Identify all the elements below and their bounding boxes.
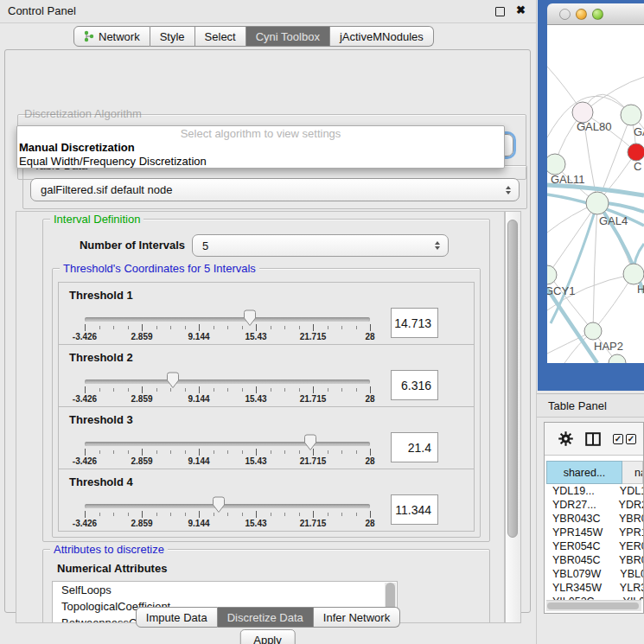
float-window-icon[interactable] xyxy=(495,7,505,16)
slider-tick xyxy=(299,513,300,516)
tab-infer-network[interactable]: Infer Network xyxy=(314,607,400,628)
slider-tick xyxy=(113,513,114,516)
column-header-name[interactable]: na xyxy=(622,461,643,484)
slider-tick xyxy=(156,388,157,392)
threshold-slider-thumb[interactable] xyxy=(303,434,317,451)
node-table: ✓ ✓ shared... na YDL19...YDL1YDR27...YDR… xyxy=(544,422,644,614)
threshold-slider-track[interactable] xyxy=(85,442,370,446)
slider-tick xyxy=(128,388,129,392)
threshold-label: Threshold 1 xyxy=(69,289,133,302)
close-icon[interactable]: ✖ xyxy=(516,3,526,16)
tab-label: Discretize Data xyxy=(227,611,303,624)
cell-shared-name: YDL19... xyxy=(546,484,615,498)
threshold-value-field[interactable]: 14.713 xyxy=(391,308,438,338)
minimize-traffic-light-icon[interactable] xyxy=(576,9,587,20)
slider-tick xyxy=(256,324,257,331)
slider-tick xyxy=(271,388,271,392)
table-hscrollbar-thumb[interactable] xyxy=(547,603,639,609)
slider-tick-label: 28 xyxy=(344,332,396,341)
threshold-slider-track[interactable] xyxy=(85,317,370,322)
tab-network[interactable]: Network xyxy=(73,26,150,47)
table-header: shared... na xyxy=(546,461,643,484)
algorithm-placeholder: Select algorithm to view settings xyxy=(17,126,504,141)
algorithm-option-equal-width-frequency-discretization[interactable]: Equal Width/Frequency Discretization xyxy=(17,155,504,169)
table-horizontal-scrollbar[interactable] xyxy=(546,600,641,611)
slider-tick-label: -3.426 xyxy=(59,394,111,404)
slider-tick xyxy=(156,513,157,516)
table-row[interactable]: YBR045CYBR0 xyxy=(546,553,643,567)
close-traffic-light-icon[interactable] xyxy=(559,9,571,20)
split-columns-icon[interactable] xyxy=(585,432,601,446)
algorithm-option-manual-discretization[interactable]: Manual Discretization xyxy=(17,141,504,155)
network-node-green[interactable] xyxy=(586,192,609,214)
slider-tick xyxy=(142,386,143,393)
slider-tick xyxy=(284,450,285,454)
table-toolbar: ✓ ✓ xyxy=(545,423,643,456)
slider-tick xyxy=(356,450,357,454)
slider-tick xyxy=(214,388,214,392)
tab-select[interactable]: Select xyxy=(195,26,246,47)
apply-button[interactable]: Apply xyxy=(239,629,296,644)
tab-discretize-data[interactable]: Discretize Data xyxy=(218,607,314,628)
interval-definition-label: Interval Definition xyxy=(50,213,143,226)
tab-cyni-toolbox[interactable]: Cyni Toolbox xyxy=(246,26,330,47)
slider-tick-label: -3.426 xyxy=(59,456,111,466)
slider-tick xyxy=(313,449,314,456)
checkbox-icon[interactable]: ✓ xyxy=(626,434,636,444)
network-edge[interactable] xyxy=(593,203,597,331)
slider-tick xyxy=(299,450,300,454)
settings-scrollbar-thumb[interactable] xyxy=(507,220,518,538)
network-node-green[interactable] xyxy=(547,265,557,284)
table-row[interactable]: YDR27...YDR2 xyxy=(546,498,643,512)
bottom-tab-bar: Impute DataDiscretize DataInfer Network xyxy=(0,607,536,628)
threshold-slider-thumb[interactable] xyxy=(243,309,257,327)
network-node-green[interactable] xyxy=(584,322,602,340)
table-row[interactable]: YPR145WYPR1 xyxy=(546,526,643,539)
network-node-red[interactable] xyxy=(628,143,644,161)
table-row[interactable]: YER054CYER0 xyxy=(546,539,643,553)
tab-style[interactable]: Style xyxy=(150,26,195,47)
slider-tick xyxy=(85,386,86,393)
slider-tick xyxy=(328,388,328,392)
thresholds-group-label: Threshold's Coordinates for 5 Intervals xyxy=(60,262,259,275)
network-node-green[interactable] xyxy=(547,154,565,175)
slider-tick-label: 9.144 xyxy=(173,394,225,404)
network-node-green[interactable] xyxy=(623,264,644,284)
number-of-intervals-value: 5 xyxy=(202,239,208,252)
cell-shared-name: YLR345W xyxy=(546,581,615,595)
slider-tick-label: 2.859 xyxy=(116,519,168,528)
threshold-slider-thumb[interactable] xyxy=(166,372,180,389)
checkbox-icon[interactable]: ✓ xyxy=(613,434,623,444)
slider-tick xyxy=(99,450,100,454)
threshold-label: Threshold 3 xyxy=(69,413,133,426)
table-row[interactable]: YLR345WYLR3 xyxy=(546,581,643,595)
threshold-slider-track[interactable] xyxy=(85,504,370,508)
node-label-gcy1: GCY1 xyxy=(547,284,575,297)
network-edge[interactable] xyxy=(549,203,597,273)
table-row[interactable]: YBR043CYBR0 xyxy=(546,512,643,526)
node-label-gal4: GAL4 xyxy=(599,214,628,227)
tab-label: Style xyxy=(160,30,185,43)
gear-icon[interactable] xyxy=(558,431,573,446)
table-row[interactable]: YBL079WYBL0 xyxy=(546,567,643,581)
settings-scrollbar[interactable] xyxy=(505,211,521,623)
tab-impute-data[interactable]: Impute Data xyxy=(136,607,218,628)
slider-tick xyxy=(370,511,371,518)
slider-tick xyxy=(128,326,129,329)
threshold-value-field[interactable]: 6.316 xyxy=(391,370,438,400)
threshold-slider-track[interactable] xyxy=(85,379,370,384)
threshold-value-field[interactable]: 11.344 xyxy=(391,494,438,525)
zoom-traffic-light-icon[interactable] xyxy=(592,9,603,20)
network-canvas[interactable]: GAL80GACGAL11GAL4GCY1HHAP2 xyxy=(547,25,644,363)
table-row[interactable]: YDL19...YDL1 xyxy=(546,484,643,498)
column-header-shared-name[interactable]: shared... xyxy=(546,461,622,484)
table-data-select[interactable]: galFiltered.sif default node xyxy=(30,178,520,201)
cell-name: YPR1 xyxy=(615,526,643,539)
attribute-item-selfloops[interactable]: SelfLoops xyxy=(53,582,397,598)
number-of-intervals-select[interactable]: 5 xyxy=(192,234,449,257)
threshold-value-field[interactable]: 21.4 xyxy=(391,432,438,462)
tab-jactivemnodules[interactable]: jActiveMNodules xyxy=(330,26,434,47)
threshold-slider-thumb[interactable] xyxy=(212,496,226,513)
slider-tick-label: 21.715 xyxy=(287,394,339,404)
network-node-green[interactable] xyxy=(621,105,641,125)
